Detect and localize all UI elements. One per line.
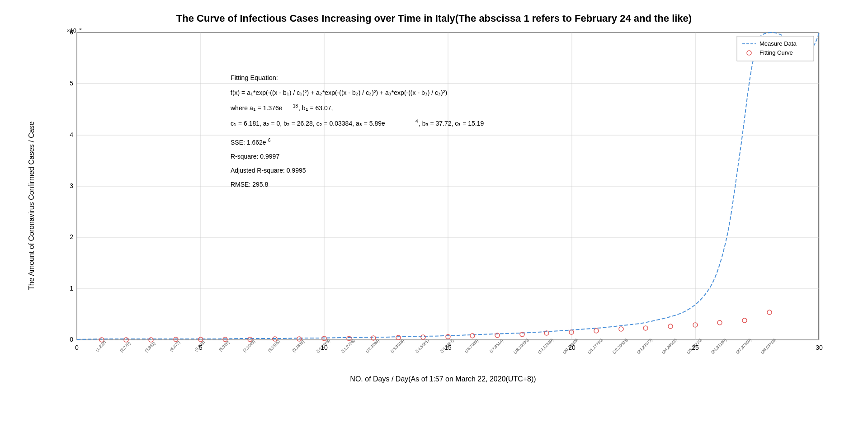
chart-wrapper: The Curve of Infectious Cases Increasing… bbox=[23, 13, 845, 410]
eq-adjrsq: Adjusted R-square: 0.9995 bbox=[231, 167, 306, 174]
svg-text:3: 3 bbox=[70, 182, 73, 189]
x-axis-label: NO. of Days / Day(As of 1:57 on March 22… bbox=[41, 375, 845, 383]
eq-rmse: RMSE: 295.8 bbox=[231, 181, 268, 188]
svg-text:(27,37860): (27,37860) bbox=[735, 338, 752, 355]
svg-text:(15,6387): (15,6387) bbox=[439, 338, 455, 354]
svg-text:0: 0 bbox=[70, 336, 73, 343]
eq-title: Fitting Equation: bbox=[231, 74, 278, 81]
chart-area: The Amount of Coronavirus Confirmed Case… bbox=[23, 28, 845, 383]
svg-text:(20,14955): (20,14955) bbox=[562, 338, 579, 355]
svg-text:5: 5 bbox=[70, 80, 73, 87]
svg-text:(18,10590): (18,10590) bbox=[513, 338, 530, 355]
svg-text:(2,275): (2,275) bbox=[119, 341, 131, 353]
svg-text:(21,17750): (21,17750) bbox=[587, 338, 604, 355]
eq-rsq: R-square: 0.9997 bbox=[231, 153, 279, 160]
chart-title: The Curve of Infectious Cases Increasing… bbox=[23, 13, 845, 24]
svg-text:×10: ×10 bbox=[66, 28, 76, 34]
svg-text:2: 2 bbox=[70, 233, 73, 240]
svg-text:(17,8514): (17,8514) bbox=[489, 338, 504, 354]
svg-text:(26,33190): (26,33190) bbox=[710, 338, 727, 355]
svg-text:(3,361): (3,361) bbox=[144, 341, 156, 353]
svg-text:(13,3916): (13,3916) bbox=[390, 338, 405, 354]
svg-text:(12,3296): (12,3296) bbox=[365, 338, 380, 354]
svg-text:0: 0 bbox=[75, 344, 79, 351]
eq-line2: where a₁ = 1.376e bbox=[230, 104, 283, 112]
eq-line3: c₁ = 6.181, a₂ = 0, b₂ = 26.28, c₂ = 0.0… bbox=[231, 120, 385, 127]
svg-text:(19,12839): (19,12839) bbox=[537, 338, 554, 355]
legend-fitting-label: Fitting Curve bbox=[760, 49, 793, 56]
eq-sse: SSE: 1.662e bbox=[231, 139, 266, 146]
main-svg: 0 1 2 3 4 5 6 ×10 5 0 5 10 15 20 25 bbox=[41, 28, 836, 371]
chart-inner: 0 1 2 3 4 5 6 ×10 5 0 5 10 15 20 25 bbox=[41, 28, 845, 383]
svg-text:1: 1 bbox=[70, 285, 73, 292]
svg-text:(25,28710): (25,28710) bbox=[686, 338, 703, 355]
chart-container: The Curve of Infectious Cases Increasing… bbox=[0, 0, 868, 423]
svg-text:(24,26062): (24,26062) bbox=[661, 338, 678, 355]
svg-text:5: 5 bbox=[79, 28, 81, 31]
svg-text:(22,20603): (22,20603) bbox=[612, 338, 629, 355]
svg-text:(16,7985): (16,7985) bbox=[464, 338, 479, 354]
eq-line1: f(x) = a₁*exp(-((x - b₁) / c₁)²) + a₂*ex… bbox=[231, 89, 447, 96]
svg-text:, b₁ = 63.07,: , b₁ = 63.07, bbox=[298, 104, 333, 112]
svg-text:30: 30 bbox=[816, 344, 823, 351]
svg-text:4: 4 bbox=[415, 119, 418, 124]
svg-text:4: 4 bbox=[70, 131, 73, 138]
legend-measure-label: Measure Data bbox=[760, 40, 797, 47]
svg-text:6: 6 bbox=[268, 138, 271, 143]
y-axis-label: The Amount of Coronavirus Confirmed Case… bbox=[23, 28, 41, 383]
svg-text:18: 18 bbox=[293, 103, 298, 108]
svg-text:(14,5061): (14,5061) bbox=[415, 338, 430, 354]
svg-text:, b₃ = 37.72, c₃ = 15.19: , b₃ = 37.72, c₃ = 15.19 bbox=[419, 120, 484, 127]
svg-text:(28,53758): (28,53758) bbox=[760, 338, 777, 355]
svg-text:(23,23073): (23,23073) bbox=[636, 338, 653, 355]
